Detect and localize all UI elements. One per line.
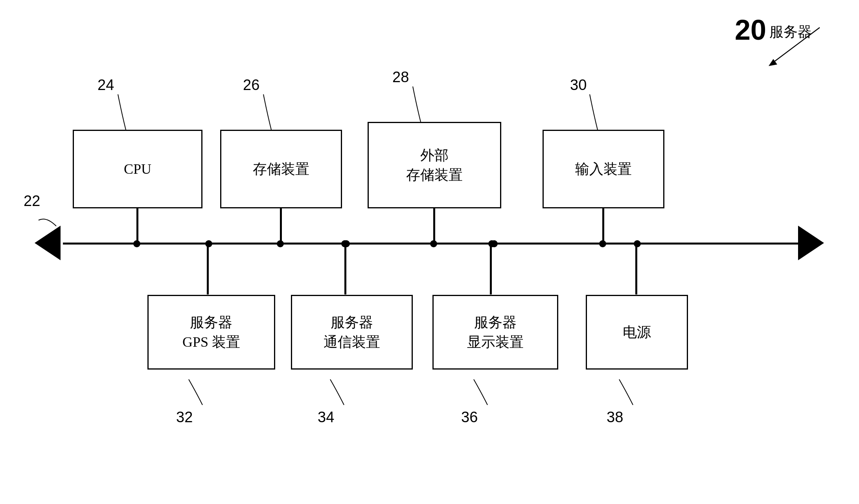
storage-bus-dot (277, 240, 284, 247)
ref-28: 28 (392, 69, 409, 86)
storage-vert-line (280, 208, 282, 245)
gps-bus-dot (205, 240, 212, 247)
ref-28-curve (397, 83, 429, 126)
cpu-label: CPU (124, 159, 151, 179)
display-bus-dot (488, 240, 495, 247)
display-vert-line (490, 243, 492, 294)
ref-22: 22 (24, 193, 40, 210)
ref-26: 26 (243, 77, 259, 94)
ref-30: 30 (570, 77, 587, 94)
comm-vert-line (344, 243, 346, 294)
ref-24: 24 (97, 77, 114, 94)
ext-storage-label: 外部 存储装置 (406, 145, 463, 185)
gps-box: 服务器 GPS 装置 (147, 295, 275, 370)
ref-38-curve (611, 377, 643, 409)
input-vert-line (602, 208, 604, 245)
display-label: 服务器 显示装置 (467, 313, 524, 352)
svg-line-0 (773, 28, 820, 63)
power-bus-dot (634, 240, 641, 247)
ref-24-curve (102, 90, 134, 134)
storage-label: 存储装置 (253, 159, 309, 179)
ref-22-bracket (35, 208, 62, 232)
bus-terminator-right (798, 226, 824, 260)
gps-label: 服务器 GPS 装置 (182, 313, 240, 352)
ref-32-curve (181, 377, 212, 409)
arrow-line (741, 24, 828, 71)
ref-38: 38 (607, 409, 623, 426)
cpu-box: CPU (73, 130, 202, 208)
ext-storage-vert-line (433, 208, 435, 245)
ext-storage-bus-dot (430, 240, 437, 247)
input-bus-dot (599, 240, 606, 247)
input-label: 输入装置 (575, 159, 632, 179)
display-box: 服务器 显示装置 (432, 295, 558, 370)
diagram: 20 服务器 22 CPU 24 存储装置 26 (0, 0, 859, 504)
ref-30-curve (574, 90, 605, 134)
storage-box: 存储装置 (220, 130, 342, 208)
power-vert-line (635, 243, 637, 294)
ref-34-curve (322, 377, 354, 409)
power-label: 电源 (623, 322, 651, 342)
comm-box: 服务器 通信装置 (291, 295, 413, 370)
ext-storage-box: 外部 存储装置 (368, 122, 501, 208)
extra-dot-1 (341, 240, 348, 247)
ref-32: 32 (176, 409, 193, 426)
ref-26-curve (248, 90, 279, 134)
gps-vert-line (207, 243, 209, 294)
ref-36-curve (466, 377, 497, 409)
ref-36: 36 (461, 409, 478, 426)
cpu-bus-dot (133, 240, 140, 247)
comm-label: 服务器 通信装置 (324, 313, 380, 352)
ref-34: 34 (318, 409, 334, 426)
input-box: 输入装置 (543, 130, 664, 208)
power-box: 电源 (586, 295, 688, 370)
cpu-vert-line (136, 208, 138, 245)
